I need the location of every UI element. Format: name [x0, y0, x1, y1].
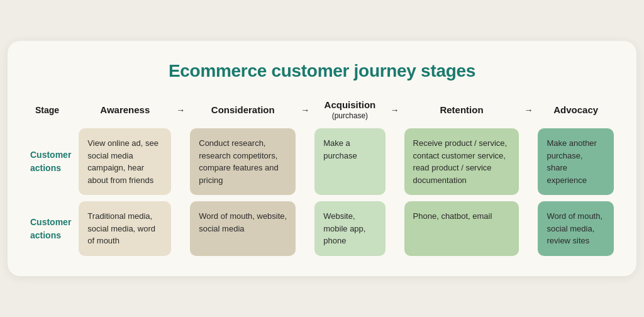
- row2-retention-cell: Phone, chatbot, email: [404, 201, 519, 256]
- header-row: Stage Awareness → Consideration → Acquis…: [30, 99, 614, 128]
- journey-table: Stage Awareness → Consideration → Acquis…: [30, 99, 614, 256]
- row2-arrow1: [171, 201, 190, 256]
- row1-acquisition-cell: Make a purchase: [314, 128, 385, 195]
- row2-label: Customeractions: [30, 201, 79, 256]
- journey-card: Ecommerce customer journey stages Stage …: [8, 41, 636, 276]
- row1-label: Customeractions: [30, 128, 79, 195]
- row2-arrow4: [519, 201, 538, 256]
- row2-awareness-cell: Traditional media, social media, word of…: [79, 201, 171, 256]
- row1-arrow2: [296, 128, 314, 195]
- content-row-1: Customeractions View online ad, see soci…: [30, 128, 614, 195]
- advocacy-header: Advocacy: [538, 99, 614, 128]
- row1-arrow3: [386, 128, 404, 195]
- row1-consideration-cell: Conduct research, research competitors, …: [190, 128, 296, 195]
- row2-advocacy-cell: Word of mouth, social media, review site…: [538, 201, 614, 256]
- content-row-2: Customeractions Traditional media, socia…: [30, 201, 614, 256]
- stage-header: Stage: [30, 99, 79, 128]
- acquisition-header: Acquisition (purchase): [314, 99, 385, 128]
- row2-consideration-cell: Word of mouth, website, social media: [190, 201, 296, 256]
- row2-acquisition-cell: Website, mobile app, phone: [314, 201, 385, 256]
- arrow-4: →: [519, 99, 538, 128]
- spacer-row: [30, 195, 614, 201]
- row1-awareness-cell: View online ad, see social media campaig…: [79, 128, 171, 195]
- arrow-1: →: [171, 99, 190, 128]
- consideration-header: Consideration: [190, 99, 296, 128]
- row1-arrow1: [171, 128, 190, 195]
- row2-arrow2: [296, 201, 314, 256]
- row1-arrow4: [519, 128, 538, 195]
- retention-header: Retention: [404, 99, 519, 128]
- awareness-header: Awareness: [79, 99, 171, 128]
- main-title: Ecommerce customer journey stages: [30, 61, 614, 81]
- arrow-2: →: [296, 99, 314, 128]
- arrow-3: →: [386, 99, 404, 128]
- row1-advocacy-cell: Make another purchase, share experience: [538, 128, 614, 195]
- row2-arrow3: [386, 201, 404, 256]
- row1-retention-cell: Receive product / service, contact custo…: [404, 128, 519, 195]
